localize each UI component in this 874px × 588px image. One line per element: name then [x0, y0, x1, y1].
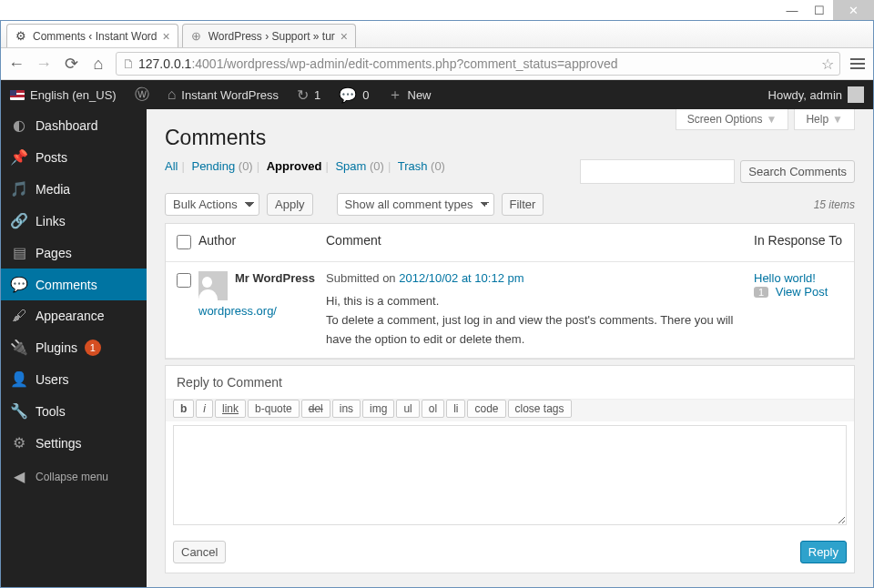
cancel-button[interactable]: Cancel — [173, 541, 226, 563]
collapse-menu[interactable]: ◀Collapse menu — [1, 459, 147, 494]
qt-code[interactable]: code — [467, 400, 505, 418]
wordpress-favicon-icon: ⚙ — [15, 30, 27, 43]
qt-closetags[interactable]: close tags — [508, 400, 572, 418]
chevron-down-icon: ▼ — [832, 113, 843, 126]
menu-appearance[interactable]: 🖌Appearance — [1, 300, 147, 331]
content-area: Screen Options▼ Help▼ Comments Search Co… — [147, 109, 873, 587]
view-post-link[interactable]: View Post — [776, 285, 828, 299]
browser-tab-inactive[interactable]: ⊕ WordPress › Support » tur × — [182, 24, 356, 47]
home-icon: ⌂ — [168, 86, 177, 103]
plug-icon: 🔌 — [10, 339, 28, 356]
reload-button[interactable]: ⟳ — [61, 54, 81, 74]
reply-box: Reply to Comment b i link b-quote del in… — [165, 365, 855, 573]
comment-icon: 💬 — [339, 86, 357, 104]
admin-sidebar: ◐Dashboard 📌Posts 🎵Media 🔗Links ▤Pages 💬… — [1, 109, 147, 587]
user-icon: 👤 — [10, 370, 28, 388]
filter-approved[interactable]: Approved — [267, 159, 322, 173]
home-button[interactable]: ⌂ — [88, 54, 108, 74]
filter-button[interactable]: Filter — [502, 193, 544, 216]
qt-ol[interactable]: ol — [422, 400, 444, 418]
search-comments-input[interactable] — [580, 159, 735, 184]
response-count-badge: 1 — [754, 287, 768, 298]
qt-ul[interactable]: ul — [396, 400, 419, 418]
page-icon: 🗋 — [122, 56, 135, 71]
comment-type-select[interactable]: Show all comment types — [337, 193, 494, 216]
author-url-link[interactable]: wordpress.org/ — [198, 304, 317, 318]
ab-updates[interactable]: ↻1 — [288, 80, 330, 109]
browser-tab-active[interactable]: ⚙ Comments ‹ Instant Word × — [6, 24, 178, 47]
comment-author: Mr WordPress — [235, 271, 315, 285]
filter-all[interactable]: All — [165, 159, 178, 173]
link-icon: 🔗 — [10, 212, 28, 229]
apply-button[interactable]: Apply — [267, 193, 313, 216]
filter-pending[interactable]: Pending (0) — [191, 159, 252, 173]
address-bar[interactable]: 🗋 127.0.0.1:4001/wordpress/wp-admin/edit… — [116, 52, 840, 76]
reply-title: Reply to Comment — [166, 366, 854, 399]
comments-table: Author Comment In Response To Mr WordPre… — [165, 223, 855, 360]
update-badge: 1 — [85, 340, 101, 356]
qt-bold[interactable]: b — [173, 400, 194, 418]
menu-plugins[interactable]: 🔌Plugins1 — [1, 331, 147, 363]
avatar-icon — [848, 86, 864, 103]
tab-close-icon[interactable]: × — [340, 29, 348, 44]
help-tab[interactable]: Help▼ — [794, 109, 855, 130]
comment-body: Hi, this is a comment. To delete a comme… — [326, 292, 739, 349]
reply-textarea[interactable] — [173, 425, 847, 525]
qt-li[interactable]: li — [446, 400, 465, 418]
items-count: 15 items — [814, 198, 855, 211]
menu-links[interactable]: 🔗Links — [1, 205, 147, 237]
forward-button[interactable]: → — [34, 54, 54, 74]
bulk-actions-select[interactable]: Bulk Actions — [165, 193, 259, 216]
sliders-icon: ⚙ — [10, 434, 28, 451]
menu-tools[interactable]: 🔧Tools — [1, 395, 147, 427]
ab-new[interactable]: ＋New — [379, 80, 441, 109]
window-close-button[interactable]: ✕ — [833, 0, 874, 20]
column-author[interactable]: Author — [198, 233, 326, 248]
ab-account[interactable]: Howdy, admin — [759, 80, 873, 109]
brush-icon: 🖌 — [10, 308, 28, 324]
wp-admin-bar: English (en_US) ⓦ ⌂Instant WordPress ↻1 … — [1, 80, 873, 109]
menu-comments[interactable]: 💬Comments — [1, 269, 147, 300]
qt-del[interactable]: del — [301, 400, 330, 418]
menu-pages[interactable]: ▤Pages — [1, 237, 147, 269]
submitted-on: Submitted on 2012/10/02 at 10:12 pm — [326, 271, 739, 285]
submitted-date-link[interactable]: 2012/10/02 at 10:12 pm — [399, 271, 523, 285]
qt-img[interactable]: img — [362, 400, 394, 418]
column-response[interactable]: In Response To — [754, 233, 854, 248]
bookmark-star-icon[interactable]: ☆ — [821, 56, 834, 73]
window-minimize-button[interactable]: — — [778, 0, 806, 20]
flag-icon — [10, 90, 25, 100]
menu-settings[interactable]: ⚙Settings — [1, 427, 147, 459]
column-comment: Comment — [326, 233, 754, 248]
menu-users[interactable]: 👤Users — [1, 363, 147, 395]
qt-ins[interactable]: ins — [332, 400, 361, 418]
menu-dashboard[interactable]: ◐Dashboard — [1, 109, 147, 141]
menu-media[interactable]: 🎵Media — [1, 173, 147, 205]
qt-link[interactable]: link — [215, 400, 246, 418]
screen-options-tab[interactable]: Screen Options▼ — [676, 109, 789, 130]
filter-trash[interactable]: Trash (0) — [398, 159, 445, 173]
reply-submit-button[interactable]: Reply — [800, 541, 847, 563]
ab-language[interactable]: English (en_US) — [1, 80, 126, 109]
tab-close-icon[interactable]: × — [163, 29, 170, 44]
response-post-link[interactable]: Hello world! — [754, 271, 816, 285]
menu-posts[interactable]: 📌Posts — [1, 141, 147, 173]
window-maximize-button[interactable]: ☐ — [806, 0, 833, 20]
ab-wp-logo[interactable]: ⓦ — [126, 80, 158, 109]
back-button[interactable]: ← — [6, 54, 26, 74]
ab-site-name[interactable]: ⌂Instant WordPress — [158, 80, 288, 109]
media-icon: 🎵 — [10, 180, 28, 198]
browser-menu-icon[interactable] — [848, 58, 868, 69]
comment-icon: 💬 — [10, 276, 28, 293]
search-comments-button[interactable]: Search Comments — [740, 160, 855, 183]
qt-bquote[interactable]: b-quote — [248, 400, 300, 418]
wordpress-favicon-icon: ⊕ — [190, 30, 203, 43]
qt-italic[interactable]: i — [196, 400, 213, 418]
ab-comments[interactable]: 💬0 — [330, 80, 378, 109]
pin-icon: 📌 — [10, 148, 28, 166]
tab-title: Comments ‹ Instant Word — [33, 30, 158, 43]
wrench-icon: 🔧 — [10, 402, 28, 420]
select-all-checkbox[interactable] — [177, 235, 191, 249]
filter-spam[interactable]: Spam (0) — [335, 159, 383, 173]
row-checkbox[interactable] — [177, 273, 191, 288]
